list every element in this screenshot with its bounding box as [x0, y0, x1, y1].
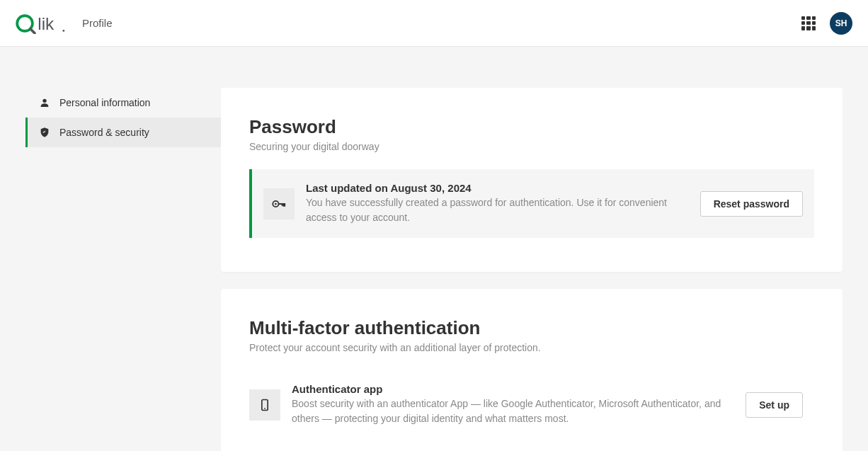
mfa-info-box: Authenticator app Boost security with an… [249, 370, 814, 439]
svg-text:lik: lik [38, 13, 55, 33]
password-card: Password Securing your digital doorway L… [221, 88, 843, 272]
password-subtitle: Securing your digital doorway [249, 141, 814, 152]
mfa-title: Multi-factor authentication [249, 317, 814, 339]
sidebar: Personal information Password & security [0, 88, 221, 451]
key-icon [263, 188, 295, 219]
password-info-text: Last updated on August 30, 2024 You have… [306, 182, 689, 225]
svg-point-4 [42, 99, 46, 103]
mfa-subtitle: Protect your account security with an ad… [249, 342, 814, 353]
password-info-box: Last updated on August 30, 2024 You have… [249, 169, 814, 238]
header: lik Profile SH [0, 0, 868, 47]
person-icon [38, 96, 51, 109]
header-right: SH [801, 12, 852, 35]
mfa-info-desc: Boost security with an authenticator App… [292, 396, 734, 426]
page-title: Profile [82, 17, 113, 29]
sidebar-item-password-security[interactable]: Password & security [25, 118, 221, 147]
qlik-logo[interactable]: lik [16, 13, 72, 34]
header-left: lik Profile [16, 13, 113, 34]
svg-point-3 [62, 30, 64, 32]
svg-point-6 [275, 202, 277, 205]
main: Personal information Password & security… [0, 47, 868, 451]
shield-icon [38, 126, 51, 139]
password-info-title: Last updated on August 30, 2024 [306, 182, 689, 194]
sidebar-item-personal-information[interactable]: Personal information [25, 88, 221, 118]
sidebar-item-label: Password & security [59, 127, 149, 138]
svg-line-1 [30, 28, 35, 33]
mfa-info-title: Authenticator app [292, 383, 734, 395]
apps-grid-icon[interactable] [801, 16, 816, 30]
setup-mfa-button[interactable]: Set up [746, 392, 803, 418]
password-info-desc: You have successfully created a password… [306, 195, 689, 225]
mfa-info-text: Authenticator app Boost security with an… [292, 383, 734, 426]
avatar[interactable]: SH [830, 12, 852, 35]
phone-icon [249, 389, 280, 421]
sidebar-item-label: Personal information [59, 97, 150, 108]
password-title: Password [249, 116, 814, 138]
content: Password Securing your digital doorway L… [221, 88, 868, 451]
reset-password-button[interactable]: Reset password [700, 191, 803, 217]
mfa-card: Multi-factor authentication Protect your… [221, 289, 843, 451]
